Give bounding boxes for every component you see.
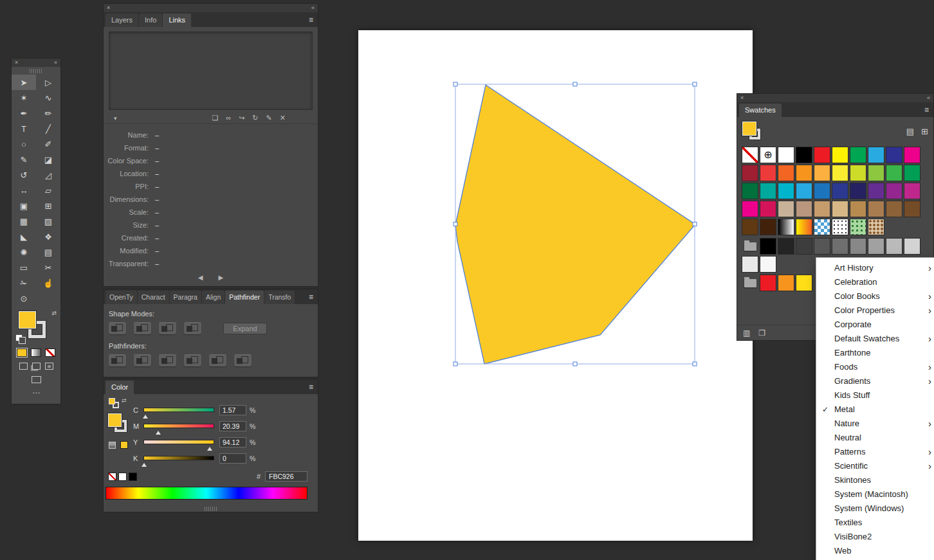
width-tool[interactable]: ↔ bbox=[12, 183, 36, 198]
tools-close-icon[interactable]: × bbox=[15, 59, 18, 67]
draw-behind-icon[interactable] bbox=[32, 363, 41, 370]
magic-wand-tool[interactable]: ✶ bbox=[12, 90, 36, 105]
unite-button[interactable] bbox=[109, 322, 126, 334]
slider-thumb[interactable] bbox=[156, 428, 161, 435]
mesh-tool[interactable]: ▦ bbox=[12, 213, 36, 229]
slider-thumb[interactable] bbox=[207, 444, 212, 451]
k-value-field[interactable]: 0 bbox=[219, 453, 246, 464]
swatch-e8e8e8[interactable] bbox=[742, 256, 758, 273]
none-swatch[interactable] bbox=[742, 147, 758, 163]
gradient-swatch[interactable] bbox=[796, 219, 812, 235]
swatch-2b3990[interactable] bbox=[832, 183, 848, 199]
swatch-d8b787[interactable] bbox=[832, 201, 848, 217]
selected-shape[interactable] bbox=[455, 85, 695, 364]
selected-fill-swatch[interactable] bbox=[742, 122, 756, 136]
checker-pattern-swatch[interactable] bbox=[814, 219, 830, 235]
selection-handle[interactable] bbox=[453, 82, 457, 86]
tab-color[interactable]: Color bbox=[105, 381, 134, 394]
free-transform-tool[interactable]: ▱ bbox=[36, 183, 60, 198]
new-color-group-button[interactable]: ❐ bbox=[758, 329, 765, 338]
links-panel-menu-icon[interactable]: ≡ bbox=[309, 15, 313, 24]
swatch-f7f7f7[interactable] bbox=[760, 256, 776, 273]
outline-button[interactable] bbox=[209, 354, 226, 366]
slider-thumb[interactable] bbox=[143, 412, 148, 419]
color-spectrum-bar[interactable] bbox=[105, 487, 307, 500]
swatch-000000[interactable] bbox=[760, 238, 776, 255]
color-group-folder-icon[interactable] bbox=[742, 238, 758, 255]
menu-item-foods[interactable]: Foods› bbox=[816, 360, 934, 374]
menu-item-textiles[interactable]: Textiles bbox=[816, 516, 934, 530]
tab-links[interactable]: Links bbox=[163, 14, 191, 27]
selection-handle[interactable] bbox=[693, 362, 697, 366]
tab-info[interactable]: Info bbox=[139, 14, 162, 27]
tab-charact[interactable]: Charact bbox=[138, 291, 169, 304]
mini-swap-icon[interactable]: ⇄ bbox=[122, 397, 127, 404]
out-of-gamut-cube-icon[interactable] bbox=[109, 442, 116, 449]
swatch-93278f[interactable] bbox=[886, 183, 902, 199]
menu-item-celebration[interactable]: Celebration bbox=[816, 275, 934, 289]
menu-item-art-history[interactable]: Art History› bbox=[816, 261, 934, 275]
artboard-tool[interactable]: ▭ bbox=[12, 260, 36, 275]
toolbar-overflow-icon[interactable]: ⋯ bbox=[12, 388, 60, 397]
swatch-c69c6d[interactable] bbox=[814, 201, 830, 217]
swatch-009e54[interactable] bbox=[904, 165, 920, 181]
m-slider[interactable] bbox=[143, 424, 214, 428]
swatch-ffffff[interactable] bbox=[778, 147, 794, 163]
gradient-tool[interactable]: ▨ bbox=[36, 213, 60, 229]
line-segment-tool[interactable]: ╱ bbox=[36, 121, 60, 136]
menu-item-earthtone[interactable]: Earthtone bbox=[816, 346, 934, 360]
pen-tool[interactable]: ✒ bbox=[12, 105, 36, 121]
tab-align[interactable]: Align bbox=[202, 291, 224, 304]
perspective-grid-tool[interactable]: ⊞ bbox=[36, 198, 60, 213]
swatch-fbb040[interactable] bbox=[814, 165, 830, 181]
swap-fill-stroke-icon[interactable]: ⇄ bbox=[51, 310, 57, 316]
leaves-pattern-swatch[interactable] bbox=[850, 219, 866, 235]
swatch-1c75bc[interactable] bbox=[814, 183, 830, 199]
menu-item-patterns[interactable]: Patterns› bbox=[816, 445, 934, 459]
swatch-888888[interactable] bbox=[850, 238, 866, 255]
swatch-f7941e[interactable] bbox=[796, 165, 812, 181]
c-slider[interactable] bbox=[143, 408, 214, 412]
k-slider[interactable] bbox=[143, 456, 214, 460]
selection-tool[interactable]: ➤ bbox=[12, 75, 36, 90]
rotate-tool[interactable]: ↺ bbox=[12, 167, 36, 183]
swatch-27aae1[interactable] bbox=[796, 183, 812, 199]
tab-layers[interactable]: Layers bbox=[105, 14, 138, 27]
swatch-00b5cc[interactable] bbox=[778, 183, 794, 199]
ellipse-tool[interactable]: ○ bbox=[12, 136, 36, 152]
menu-item-web[interactable]: Web bbox=[816, 544, 934, 558]
apply-none-button[interactable] bbox=[45, 348, 55, 357]
eyedropper-tool[interactable]: ◣ bbox=[12, 229, 36, 244]
swatch-ed1c24[interactable] bbox=[760, 275, 776, 291]
canvas[interactable] bbox=[358, 30, 753, 541]
swatch-39b54a[interactable] bbox=[886, 165, 902, 181]
screen-mode-button[interactable] bbox=[32, 376, 41, 383]
swatch-ffde17[interactable] bbox=[796, 275, 812, 291]
slice-tool[interactable]: ✂ bbox=[36, 260, 60, 275]
swatch-754c28[interactable] bbox=[904, 201, 920, 217]
default-fill-stroke-icon[interactable] bbox=[15, 334, 26, 343]
swatch-ec008c[interactable] bbox=[742, 201, 758, 217]
paintbrush-tool[interactable]: ✐ bbox=[36, 136, 60, 152]
selection-handle[interactable] bbox=[453, 362, 457, 366]
swatch-cddc29[interactable] bbox=[850, 165, 866, 181]
divide-button[interactable] bbox=[109, 354, 126, 366]
swatch-9e1e32[interactable] bbox=[742, 165, 758, 181]
swatch-2e3192[interactable] bbox=[886, 147, 902, 163]
menu-item-scientific[interactable]: Scientific› bbox=[816, 459, 934, 473]
swatch-d4145a[interactable] bbox=[760, 201, 776, 217]
c-value-field[interactable]: 1.57 bbox=[219, 405, 246, 415]
swatch-fff200[interactable] bbox=[832, 147, 848, 163]
selection-handle[interactable] bbox=[693, 222, 697, 226]
column-graph-tool[interactable]: ▤ bbox=[36, 244, 60, 260]
slider-thumb[interactable] bbox=[142, 460, 147, 467]
dots-pattern-swatch[interactable] bbox=[832, 219, 848, 235]
swatch-3d3d3d[interactable] bbox=[796, 238, 812, 255]
m-value-field[interactable]: 20.39 bbox=[219, 421, 246, 431]
color-fill-proxy[interactable] bbox=[108, 413, 122, 427]
delete-link-icon[interactable]: ✕ bbox=[280, 114, 286, 122]
gradient-swatch[interactable] bbox=[778, 219, 794, 235]
menu-item-gradients[interactable]: Gradients› bbox=[816, 374, 934, 388]
pencil-tool[interactable]: ✎ bbox=[12, 152, 36, 167]
crop-button[interactable] bbox=[184, 354, 201, 366]
